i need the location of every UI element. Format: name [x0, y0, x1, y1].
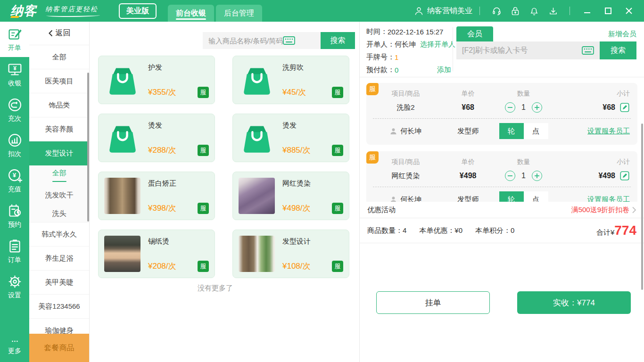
support-headset-icon[interactable]: [491, 6, 502, 16]
order-header: 时间： 2022-12-16 15:27 开单人： 何长坤 选择开单人 手牌号：…: [360, 22, 644, 77]
back-button[interactable]: 返回: [29, 22, 89, 45]
account-name: 纳客营销美业: [427, 6, 472, 16]
cart-scrollbar[interactable]: [641, 123, 643, 290]
category-item-all[interactable]: 全部: [29, 45, 89, 69]
nav-item-cashier[interactable]: ¥ 收银: [0, 57, 29, 92]
nav-item-open-order[interactable]: 开单: [0, 22, 29, 57]
nav-label: 开单: [8, 44, 21, 52]
product-name: 烫发: [148, 121, 176, 130]
edit-icon[interactable]: [619, 171, 630, 181]
tab-front-cashier[interactable]: 前台收银: [168, 5, 214, 22]
window-maximize-button[interactable]: [603, 6, 613, 16]
prepaid-value: 0: [395, 66, 398, 74]
product-card[interactable]: 烫发 ¥885/次 服: [232, 114, 349, 162]
account-area[interactable]: 纳客营销美业: [414, 6, 472, 16]
select-operator-link[interactable]: 选择开单人: [420, 40, 455, 49]
divider: [570, 7, 570, 15]
qty-increase-button[interactable]: [532, 102, 542, 113]
no-more-text: 没有更多了: [90, 284, 341, 293]
product-photo: [104, 236, 140, 272]
edit-icon[interactable]: [619, 102, 630, 113]
product-search-field[interactable]: [203, 32, 321, 49]
promo-row[interactable]: 优惠活动 满500送9折折扣卷: [360, 202, 644, 218]
header-qty: 数量: [491, 158, 556, 166]
member-search-button[interactable]: 搜索: [600, 41, 636, 59]
window-minimize-button[interactable]: [582, 6, 593, 16]
nav-item-recharge-times[interactable]: 充次: [0, 92, 29, 128]
subcategory-item-all[interactable]: 全部: [29, 165, 89, 185]
category-item[interactable]: 美容1234566: [29, 295, 89, 319]
hold-order-button[interactable]: 挂单: [376, 291, 490, 314]
category-item[interactable]: 医美项目: [29, 69, 89, 93]
edition-badge[interactable]: 美业版: [119, 3, 157, 19]
download-icon[interactable]: [548, 6, 558, 16]
qty-increase-button[interactable]: [532, 171, 542, 181]
set-service-staff-link[interactable]: 设置服务员工: [587, 127, 630, 136]
brand-logo: 纳客: [10, 5, 37, 17]
category-item[interactable]: 美容养颜: [29, 117, 89, 141]
nav-item-deduct-times[interactable]: 扣次: [0, 128, 29, 163]
subcategory-item[interactable]: 洗发吹干: [29, 185, 89, 205]
assign-mode-toggle[interactable]: 轮 点: [499, 123, 548, 139]
cart-staff-row: 何长坤 发型师 轮 点 设置服务员工: [366, 119, 637, 143]
nav-item-orders[interactable]: 订单: [0, 234, 29, 269]
nav-item-more[interactable]: 更多: [0, 331, 29, 362]
cart-item-row: 网红烫染 ¥498 1 ¥498: [366, 167, 637, 185]
product-card[interactable]: 蛋白矫正 ¥398/次 服: [98, 172, 215, 220]
appointment-icon: [7, 203, 23, 219]
toggle-round-robin[interactable]: 轮: [499, 123, 524, 139]
qty-decrease-button[interactable]: [505, 171, 515, 181]
product-card[interactable]: 锡纸烫 ¥208/次 服: [98, 230, 215, 278]
category-item[interactable]: 美甲美睫: [29, 271, 89, 295]
assign-mode-toggle[interactable]: 轮 点: [499, 191, 548, 202]
product-card[interactable]: 网红烫染 ¥498/次 服: [232, 172, 349, 220]
member-card-field[interactable]: [456, 41, 600, 59]
new-member-link[interactable]: 新增会员: [608, 30, 636, 39]
toggle-round-robin[interactable]: 轮: [499, 191, 524, 202]
add-prepaid-link[interactable]: 添加: [437, 66, 451, 74]
header-price: 单价: [445, 158, 491, 166]
product-card[interactable]: 洗剪吹 ¥45/次 服: [232, 56, 349, 104]
cart-header-row: 项目/商品 单价 数量 小计: [366, 151, 637, 167]
nav-item-settings[interactable]: 设置: [0, 269, 29, 304]
product-search-button[interactable]: 搜索: [321, 32, 355, 49]
member-tab[interactable]: 会员: [456, 26, 493, 41]
product-search-input[interactable]: [208, 37, 283, 45]
nav-label: 充次: [8, 115, 21, 123]
nav-item-top-up[interactable]: ¥ 充值: [0, 163, 29, 198]
window-close-button[interactable]: [624, 6, 634, 16]
keyboard-icon[interactable]: [582, 46, 594, 55]
member-card-input[interactable]: [462, 46, 582, 55]
keyboard-icon[interactable]: [283, 36, 295, 45]
qty-decrease-button[interactable]: [505, 102, 515, 113]
category-item-active[interactable]: 发型设计: [29, 141, 89, 165]
svg-text:¥: ¥: [13, 172, 17, 179]
promo-value: 满500送9折折扣卷: [571, 206, 629, 214]
minus-icon: [508, 173, 512, 178]
subcategory-item[interactable]: 洗头: [29, 205, 89, 222]
set-service-staff-link[interactable]: 设置服务员工: [587, 195, 630, 202]
service-badge: 服: [332, 87, 343, 98]
cart-item-name: 网红烫染: [366, 172, 445, 181]
category-item[interactable]: 韩式半永久: [29, 222, 89, 247]
category-item[interactable]: 饰品类: [29, 93, 89, 117]
category-scrollbar[interactable]: [87, 73, 89, 222]
notification-bell-icon[interactable]: [529, 6, 539, 16]
product-card[interactable]: 发型设计 ¥108/次 服: [232, 230, 349, 278]
lock-icon[interactable]: [510, 6, 520, 16]
order-points: 本单积分：0: [475, 226, 514, 235]
checkout-button[interactable]: 实收：¥774: [517, 291, 631, 314]
product-price: ¥45/次: [282, 87, 306, 98]
category-item[interactable]: 养生足浴: [29, 247, 89, 271]
package-products-button[interactable]: 套餐商品: [29, 334, 89, 362]
product-card[interactable]: 烫发 ¥288/次 服: [98, 114, 215, 162]
toggle-designated[interactable]: 点: [524, 191, 548, 202]
order-total: 合计¥ 774: [596, 224, 636, 237]
toggle-designated[interactable]: 点: [524, 123, 548, 139]
more-dots-icon: [7, 337, 23, 345]
tab-back-admin[interactable]: 后台管理: [216, 5, 262, 22]
product-card[interactable]: 护发 ¥355/次 服: [98, 56, 215, 104]
operator-row: 开单人： 何长坤 选择开单人: [366, 38, 451, 51]
brand-logo-accent: [10, 16, 19, 18]
nav-item-appointment[interactable]: 预约: [0, 198, 29, 234]
